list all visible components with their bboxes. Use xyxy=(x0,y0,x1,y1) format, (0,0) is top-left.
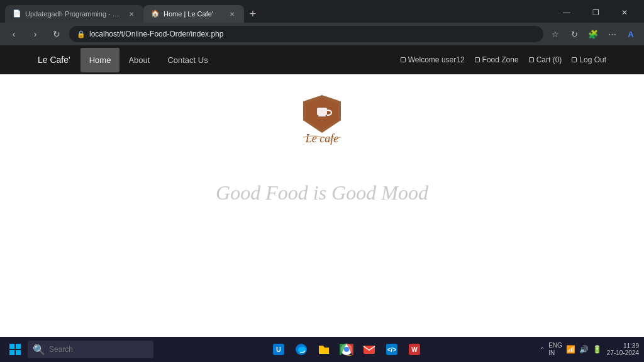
svg-rect-8 xyxy=(16,350,21,355)
svg-point-14 xyxy=(345,348,348,351)
site-navbar: Le Cafe' Home About Contact Us Welcome u… xyxy=(0,45,644,74)
taskbar: 🔍 U xyxy=(0,337,644,362)
nav-right: Welcome user12 Food Zone Cart (0) Log Ou… xyxy=(401,55,606,64)
taskbar-app-vscode[interactable]: </> xyxy=(382,339,402,359)
clock-date: 27-10-2024 xyxy=(607,349,639,356)
taskbar-app-1[interactable]: U xyxy=(269,339,289,359)
nav-item-contact[interactable]: Contact Us xyxy=(158,48,216,72)
cart-text: Cart (0) xyxy=(536,55,562,64)
window-controls: — ❐ ✕ xyxy=(552,3,639,23)
nav-item-about[interactable]: About xyxy=(119,48,158,72)
taskbar-app-files[interactable] xyxy=(314,339,334,359)
browser-tab-1[interactable]: 📄 Updategadh Programming - Upc ✕ xyxy=(5,5,143,23)
food-zone-text: Food Zone xyxy=(482,55,519,64)
windows-logo-icon xyxy=(9,343,21,356)
tab2-close[interactable]: ✕ xyxy=(228,9,236,18)
back-button[interactable]: ‹ xyxy=(5,25,23,43)
cart-dot-icon xyxy=(529,57,534,62)
more-icon[interactable]: ⋯ xyxy=(604,26,620,42)
nav-welcome: Welcome user12 xyxy=(401,55,465,64)
svg-rect-5 xyxy=(9,344,14,349)
welcome-text: Welcome user12 xyxy=(408,55,465,64)
url-text: localhost/t/Online-Food-Order/index.php xyxy=(89,30,223,38)
battery-icon: 🔋 xyxy=(592,345,602,354)
nav-left: Le Cafe' Home About Contact Us xyxy=(38,48,217,72)
taskbar-app-edge[interactable] xyxy=(291,339,311,359)
svg-text:</>: </> xyxy=(387,346,397,353)
nav-item-home[interactable]: Home xyxy=(80,48,120,72)
svg-text:W: W xyxy=(411,346,418,353)
bookmark-icon[interactable]: ☆ xyxy=(547,26,564,42)
url-bar[interactable]: 🔒 localhost/t/Online-Food-Order/index.ph… xyxy=(69,26,543,42)
nav-logout[interactable]: Log Out xyxy=(572,55,606,64)
tab1-title: Updategadh Programming - Upc xyxy=(25,10,123,18)
taskbar-app-chrome[interactable] xyxy=(336,339,357,359)
tagline: Good Food is Good Mood xyxy=(216,181,428,205)
refresh-button[interactable]: ↻ xyxy=(48,25,65,43)
taskbar-apps: U xyxy=(156,339,537,359)
taskbar-mail-icon xyxy=(362,342,376,356)
tabs-bar: 📄 Updategadh Programming - Upc ✕ 🏠 Home … xyxy=(0,0,644,23)
extension-icon[interactable]: 🧩 xyxy=(585,26,601,42)
tray-arrow-icon[interactable]: ⌃ xyxy=(540,346,545,353)
start-button[interactable] xyxy=(5,339,25,359)
refresh-side-icon[interactable]: ↻ xyxy=(566,26,582,42)
browser-chrome: 📄 Updategadh Programming - Upc ✕ 🏠 Home … xyxy=(0,0,644,45)
svg-rect-6 xyxy=(16,344,21,349)
taskbar-other-icon: W xyxy=(408,342,421,356)
svg-text:U: U xyxy=(276,346,281,353)
restore-button[interactable]: ❐ xyxy=(581,3,610,23)
svg-rect-2 xyxy=(317,108,327,115)
tab1-favicon: 📄 xyxy=(13,9,21,18)
tab2-favicon: 🏠 xyxy=(151,9,160,18)
new-tab-button[interactable]: + xyxy=(244,5,262,23)
site-brand[interactable]: Le Cafe' xyxy=(38,55,70,65)
speaker-icon: 🔊 xyxy=(579,345,589,354)
logout-text: Log Out xyxy=(579,55,606,64)
svg-rect-7 xyxy=(9,350,14,355)
taskbar-vscode-icon: </> xyxy=(385,342,399,356)
taskbar-right: ⌃ ENGIN 📶 🔊 🔋 11:39 27-10-2024 xyxy=(540,342,639,357)
site-content: Le cafe Good Food is Good Mood xyxy=(0,74,644,337)
logo-container: Le cafe xyxy=(281,93,363,144)
address-bar: ‹ › ↻ 🔒 localhost/t/Online-Food-Order/in… xyxy=(0,23,644,45)
taskbar-app-mail[interactable] xyxy=(359,339,379,359)
lock-icon: 🔒 xyxy=(77,30,86,38)
tab1-close[interactable]: ✕ xyxy=(127,9,136,18)
taskbar-chrome-icon xyxy=(340,342,353,356)
taskbar-app-other[interactable]: W xyxy=(404,339,425,359)
wifi-icon: 📶 xyxy=(566,345,575,354)
clock-time: 11:39 xyxy=(623,342,639,349)
nav-food-zone[interactable]: Food Zone xyxy=(475,55,519,64)
nav-cart[interactable]: Cart (0) xyxy=(529,55,562,64)
browser-tab-2[interactable]: 🏠 Home | Le Cafe' ✕ xyxy=(143,5,244,23)
forward-button[interactable]: › xyxy=(26,25,44,43)
logo-area: Le cafe xyxy=(281,93,363,144)
taskbar-search[interactable]: 🔍 xyxy=(28,341,153,358)
system-tray-icons: ⌃ ENGIN 📶 🔊 🔋 xyxy=(540,342,602,357)
address-bar-actions: ☆ ↻ 🧩 ⋯ A xyxy=(547,26,639,42)
tab2-title: Home | Le Cafe' xyxy=(164,10,224,18)
profile-icon[interactable]: A xyxy=(623,26,639,42)
lang-icon: ENGIN xyxy=(548,342,562,357)
taskbar-files-icon xyxy=(317,342,331,356)
taskbar-app-icon-1: U xyxy=(272,342,286,356)
logout-dot-icon xyxy=(572,57,577,62)
logo-svg: Le cafe xyxy=(281,92,363,145)
svg-rect-3 xyxy=(318,115,326,116)
close-button[interactable]: ✕ xyxy=(610,3,639,23)
food-zone-dot-icon xyxy=(475,57,480,62)
minimize-button[interactable]: — xyxy=(552,3,581,23)
taskbar-search-icon: 🔍 xyxy=(33,344,45,356)
taskbar-search-input[interactable] xyxy=(49,345,137,354)
taskbar-edge-icon xyxy=(294,342,308,356)
welcome-dot-icon xyxy=(401,57,406,62)
taskbar-clock[interactable]: 11:39 27-10-2024 xyxy=(607,342,639,356)
